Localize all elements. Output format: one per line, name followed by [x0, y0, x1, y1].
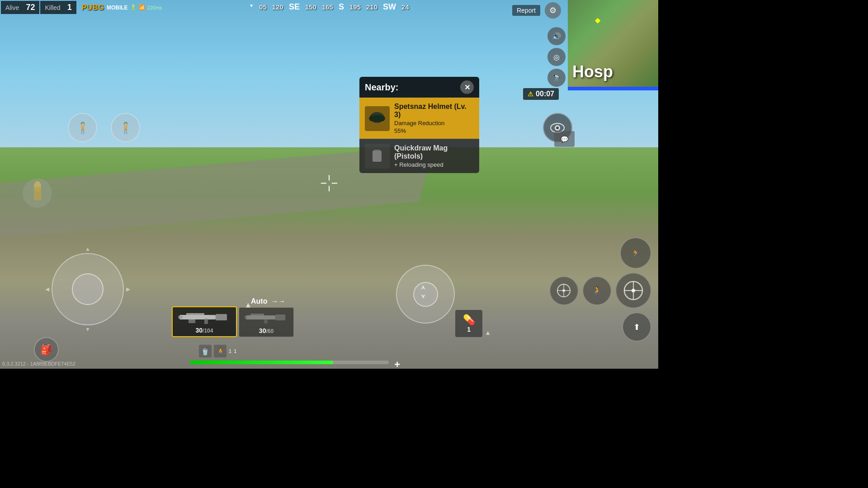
- game-background: [0, 0, 658, 369]
- sky: [0, 0, 658, 147]
